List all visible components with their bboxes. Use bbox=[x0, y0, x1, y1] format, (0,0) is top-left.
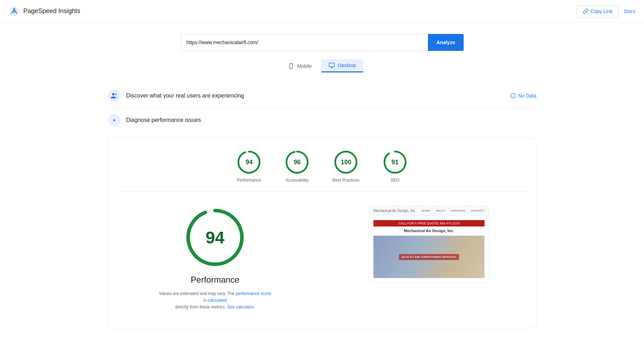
header-left: PageSpeed Insights bbox=[8, 6, 80, 17]
device-toggle: Mobile Desktop bbox=[108, 59, 536, 72]
desktop-label: Desktop bbox=[338, 63, 356, 68]
svg-point-1 bbox=[13, 8, 15, 10]
seo-value: 91 bbox=[391, 159, 399, 166]
see-calculator-link[interactable]: See calculator. bbox=[227, 305, 255, 309]
real-users-section: Discover what your real users are experi… bbox=[108, 84, 536, 108]
score-description: Values are estimated and may vary. The p… bbox=[158, 290, 272, 311]
screenshot-image: QUALITY AIR CONDITIONING SERVICES bbox=[373, 236, 485, 278]
header: PageSpeed Insights Copy Link Docs bbox=[0, 0, 644, 23]
best-practices-label: Best Practices bbox=[332, 178, 360, 183]
copy-link-label: Copy Link bbox=[591, 8, 613, 14]
header-right: Copy Link Docs bbox=[577, 5, 636, 17]
url-bar-row: Analyze bbox=[108, 34, 536, 51]
nav-about: ABOUT bbox=[436, 209, 446, 212]
seo-circle: 91 bbox=[382, 149, 408, 175]
main-content: Analyze Mobile Desktop bbox=[99, 23, 545, 340]
accessibility-value: 96 bbox=[294, 159, 301, 166]
large-performance-circle: 94 bbox=[183, 206, 247, 269]
scores-row: 94 Performance 96 Accessibility bbox=[117, 149, 528, 183]
screenshot-body: CALL FOR A FREE QUOTE: 954.471.2219 Mech… bbox=[369, 216, 489, 282]
users-icon bbox=[111, 92, 118, 99]
diagnose-icon bbox=[111, 117, 118, 124]
svg-rect-4 bbox=[329, 63, 335, 67]
score-seo[interactable]: 91 SEO bbox=[382, 149, 408, 183]
no-data-label: No Data bbox=[518, 93, 536, 99]
nav-services: SERVICES bbox=[451, 209, 465, 212]
performance-value: 94 bbox=[245, 159, 253, 166]
score-best-practices[interactable]: 100 Best Practices bbox=[332, 149, 360, 183]
performance-circle: 94 bbox=[236, 149, 262, 175]
docs-link[interactable]: Docs bbox=[624, 8, 636, 14]
diagnose-section: Diagnose performance issues bbox=[108, 108, 536, 132]
seo-label: SEO bbox=[390, 178, 399, 183]
description-prefix: Values are estimated and may vary. The bbox=[159, 291, 234, 296]
diagnose-icon-wrapper bbox=[108, 114, 121, 126]
best-practices-circle: 100 bbox=[333, 149, 359, 175]
users-icon-wrapper bbox=[108, 89, 121, 102]
screenshot-nav: HOME ABOUT SERVICES CONTACT bbox=[422, 209, 485, 212]
score-performance[interactable]: 94 Performance bbox=[236, 149, 262, 183]
desktop-icon bbox=[329, 62, 335, 69]
performance-label: Performance bbox=[237, 178, 261, 183]
site-call-bar: CALL FOR A FREE QUOTE: 954.471.2219 bbox=[373, 220, 485, 226]
large-performance-value: 94 bbox=[205, 228, 224, 247]
svg-point-11 bbox=[113, 119, 115, 121]
screenshot-header: Mechanical Air Design, Inc. HOME ABOUT S… bbox=[369, 206, 489, 216]
large-score-right: Mechanical Air Design, Inc. HOME ABOUT S… bbox=[331, 206, 528, 311]
app-title: PageSpeed Insights bbox=[23, 7, 80, 15]
nav-home: HOME bbox=[422, 209, 430, 212]
pagespeed-logo bbox=[8, 6, 20, 17]
copy-link-button[interactable]: Copy Link bbox=[577, 5, 619, 17]
url-input[interactable] bbox=[180, 34, 428, 51]
info-icon bbox=[510, 93, 516, 99]
scores-panel: 94 Performance 96 Accessibility bbox=[108, 138, 536, 328]
mobile-label: Mobile bbox=[297, 63, 312, 69]
accessibility-circle: 96 bbox=[284, 149, 310, 175]
site-screenshot: Mechanical Air Design, Inc. HOME ABOUT S… bbox=[369, 206, 489, 283]
mobile-tab[interactable]: Mobile bbox=[281, 59, 319, 72]
mobile-icon bbox=[288, 63, 294, 69]
no-data-badge: No Data bbox=[510, 93, 536, 99]
description-middle: directly from these metrics. bbox=[175, 305, 226, 309]
screenshot-brand: Mechanical Air Design, Inc. bbox=[373, 209, 416, 213]
svg-point-7 bbox=[112, 93, 115, 96]
desktop-tab[interactable]: Desktop bbox=[321, 59, 363, 72]
large-performance-title: Performance bbox=[191, 275, 239, 285]
score-accessibility[interactable]: 96 Accessibility bbox=[284, 149, 310, 183]
diagnose-title: Diagnose performance issues bbox=[126, 117, 536, 123]
link-icon bbox=[583, 8, 588, 14]
site-title: Mechanical Air Design, Inc. bbox=[373, 229, 485, 233]
accessibility-label: Accessibility bbox=[285, 178, 308, 183]
analyze-button[interactable]: Analyze bbox=[428, 34, 464, 51]
large-score-section: 94 Performance Values are estimated and … bbox=[117, 197, 528, 319]
tagline-text: QUALITY AIR CONDITIONING SERVICES bbox=[399, 254, 459, 260]
call-text: CALL FOR A FREE QUOTE: 954.471.2219 bbox=[399, 222, 459, 225]
divider bbox=[117, 191, 528, 191]
nav-contact: CONTACT bbox=[471, 209, 485, 212]
best-practices-value: 100 bbox=[341, 159, 351, 166]
real-users-title: Discover what your real users are experi… bbox=[126, 93, 505, 99]
large-score-left: 94 Performance Values are estimated and … bbox=[117, 206, 314, 311]
